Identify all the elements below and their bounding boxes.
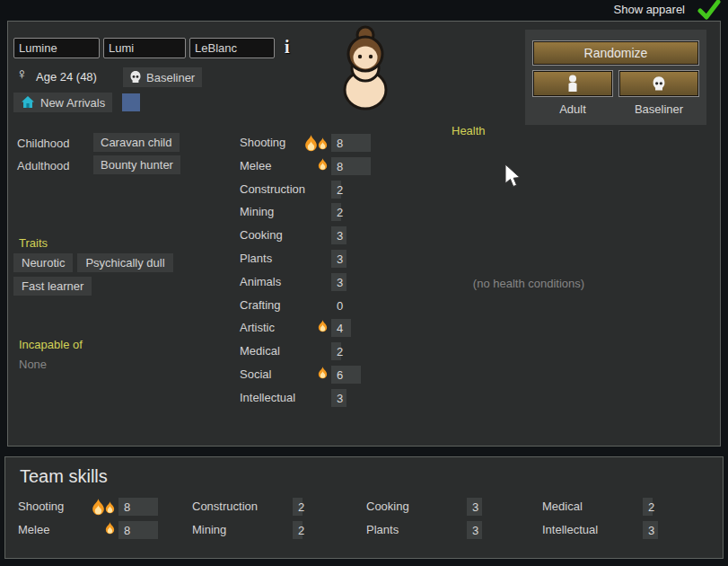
burning-passion-icon	[86, 499, 115, 516]
skill-row[interactable]: Mining2	[240, 202, 446, 222]
skill-value: 2	[298, 524, 304, 537]
skill-value: 8	[124, 524, 130, 537]
gender-icon: ♀	[16, 66, 28, 84]
skill-bar: 4	[331, 319, 432, 337]
skill-row[interactable]: Mining2	[192, 518, 363, 542]
skill-row[interactable]: Crafting0	[240, 296, 446, 315]
skill-bar: 2	[331, 203, 432, 221]
top-bar: Show apparel	[0, 0, 728, 20]
mouse-cursor	[504, 164, 523, 189]
faction-label: New Arrivals	[40, 96, 105, 110]
xenotype-randomize-button[interactable]	[619, 71, 698, 96]
minor-passion-icon	[299, 320, 328, 332]
skill-name: Artistic	[240, 321, 275, 334]
xenotype-button[interactable]: Baseliner	[123, 67, 202, 87]
last-name-input[interactable]	[189, 38, 275, 58]
skill-name: Shooting	[240, 136, 285, 149]
team-skills-column: Medical2Intellectual3	[542, 495, 713, 542]
skill-bar: 3	[331, 389, 432, 407]
incapable-value: None	[19, 358, 47, 371]
skill-value: 3	[337, 252, 343, 266]
skill-name: Animals	[240, 275, 281, 288]
skill-value: 2	[337, 345, 343, 358]
skill-value: 2	[337, 183, 343, 197]
skill-row[interactable]: Melee8	[240, 156, 446, 176]
favorite-color-swatch[interactable]	[122, 93, 140, 111]
skill-bar: 2	[331, 342, 432, 360]
randomize-button[interactable]: Randomize	[533, 41, 698, 65]
skill-name: Mining	[192, 523, 226, 536]
faction-button[interactable]: New Arrivals	[13, 93, 112, 112]
skill-bar: 2	[331, 181, 432, 199]
skill-value: 4	[337, 322, 343, 335]
skill-row[interactable]: Construction2	[192, 495, 363, 518]
skill-bar: 3	[643, 521, 728, 539]
skill-row[interactable]: Medical2	[542, 495, 713, 518]
traits-header: Traits	[19, 236, 48, 250]
skill-name: Medical	[240, 344, 280, 358]
skill-row[interactable]: Plants3	[366, 518, 537, 542]
skill-row[interactable]: Plants3	[240, 249, 446, 269]
childhood-button[interactable]: Caravan child	[93, 133, 180, 152]
skill-row[interactable]: Shooting8	[18, 495, 189, 518]
skill-row[interactable]: Construction2	[240, 180, 446, 199]
skill-name: Melee	[18, 523, 49, 536]
skill-value: 3	[472, 500, 478, 514]
skill-row[interactable]: Intellectual3	[542, 518, 713, 542]
skill-value: 3	[337, 229, 343, 243]
adulthood-button[interactable]: Bounty hunter	[93, 155, 180, 174]
skill-row[interactable]: Social6	[240, 365, 446, 385]
traits-list: NeuroticPsychically dullFast learner	[13, 253, 220, 296]
pawn-portrait[interactable]	[324, 23, 407, 113]
skill-row[interactable]: Melee8	[18, 518, 189, 542]
skill-name: Construction	[192, 500, 258, 513]
skill-name: Plants	[366, 523, 399, 536]
skill-value: 8	[337, 137, 343, 150]
skull-icon	[653, 76, 665, 92]
minor-passion-icon	[86, 522, 115, 535]
skill-bar: 2	[643, 498, 728, 516]
xenotype-label: Baseliner	[146, 71, 195, 84]
skill-row[interactable]: Cooking3	[240, 226, 446, 245]
skill-row[interactable]: Cooking3	[366, 495, 537, 518]
skill-name: Intellectual	[542, 523, 598, 536]
first-name-input[interactable]	[13, 38, 100, 58]
team-skills-title: Team skills	[20, 466, 108, 487]
skill-row[interactable]: Shooting8	[240, 133, 446, 153]
skill-name: Intellectual	[240, 391, 295, 404]
childhood-value: Caravan child	[101, 136, 172, 149]
childhood-label: Childhood	[17, 137, 70, 150]
skill-name: Crafting	[240, 298, 281, 312]
show-apparel-label[interactable]: Show apparel	[614, 3, 686, 16]
home-icon	[21, 95, 35, 110]
randomize-panel: Randomize Adult Baseliner	[525, 30, 706, 125]
team-skills-column: Cooking3Plants3	[366, 495, 537, 542]
skill-bar: 6	[331, 366, 432, 384]
skill-row[interactable]: Artistic4	[240, 318, 446, 338]
skill-row[interactable]: Medical2	[240, 341, 446, 361]
skill-name: Melee	[240, 159, 271, 172]
minor-passion-icon	[299, 367, 328, 379]
skill-row[interactable]: Intellectual3	[240, 388, 446, 408]
skill-value: 2	[648, 500, 654, 514]
skill-value: 3	[472, 524, 478, 537]
character-panel: i ♀ Age 24 (48) Baseliner	[7, 21, 721, 447]
info-icon[interactable]: i	[285, 37, 290, 57]
age-label[interactable]: Age 24 (48)	[36, 70, 97, 84]
skill-value: 8	[337, 160, 343, 173]
team-skills-column: Construction2Mining2	[192, 495, 363, 542]
show-apparel-checkbox-icon[interactable]	[697, 0, 721, 20]
adult-button[interactable]	[533, 71, 612, 96]
trait-chip[interactable]: Neurotic	[13, 253, 73, 272]
skill-bar: 8	[331, 157, 432, 175]
skill-name: Mining	[240, 205, 274, 218]
skill-bar: 3	[331, 250, 432, 268]
skill-name: Cooking	[240, 228, 283, 242]
baseliner-caption: Baseliner	[619, 102, 698, 116]
trait-chip[interactable]: Fast learner	[13, 277, 92, 296]
skill-value: 3	[337, 392, 343, 405]
trait-chip[interactable]: Psychically dull	[77, 253, 172, 272]
skill-name: Social	[240, 367, 271, 381]
nickname-input[interactable]	[103, 38, 186, 58]
health-header: Health	[452, 124, 486, 137]
